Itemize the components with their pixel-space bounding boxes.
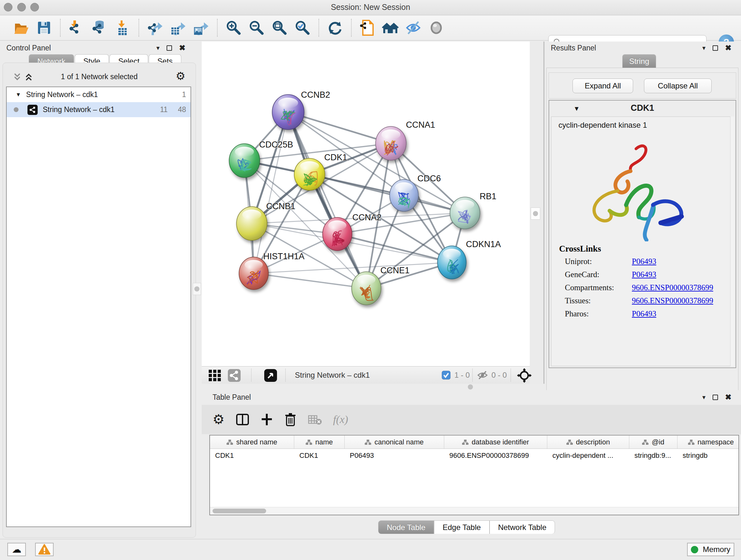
crosslink-row: Tissues:9606.ENSP00000378699: [559, 296, 713, 305]
node-table[interactable]: shared namenamecanonical namedatabase id…: [209, 435, 739, 515]
float-panel-icon[interactable]: ▾: [156, 44, 159, 52]
new-network-from-file-icon[interactable]: [359, 19, 377, 37]
close-panel-icon[interactable]: ✖: [725, 393, 731, 401]
tab-string[interactable]: String: [622, 54, 656, 68]
crosslink-link[interactable]: 9606.ENSP00000378699: [632, 283, 713, 292]
import-network-file-icon[interactable]: [68, 19, 85, 37]
network-node-CDC6[interactable]: [390, 179, 418, 211]
network-label: String Network – cdk1: [43, 105, 115, 114]
add-column-icon[interactable]: [260, 413, 273, 427]
crosslink-row: Compartments:9606.ENSP00000378699: [559, 283, 713, 292]
export-network-icon[interactable]: [146, 19, 164, 37]
network-node-RB1[interactable]: [450, 197, 480, 229]
right-splitter-handle[interactable]: [531, 207, 540, 220]
function-builder-icon[interactable]: f(x): [333, 414, 348, 426]
table-horizontal-scrollbar[interactable]: [210, 507, 738, 515]
delete-column-trash-icon[interactable]: [284, 412, 297, 427]
warning-icon[interactable]: [35, 543, 54, 556]
results-scrollbar[interactable]: [730, 117, 734, 366]
expand-all-button[interactable]: Expand All: [572, 78, 633, 93]
main-toolbar-icons: [10, 18, 448, 37]
float-panel-icon[interactable]: ▾: [702, 44, 705, 52]
tab-network-table[interactable]: Network Table: [489, 520, 555, 534]
float-panel-icon[interactable]: ▾: [702, 393, 705, 401]
network-node-CDK1[interactable]: [294, 159, 325, 190]
toolbar-separator: [60, 19, 61, 37]
table-options-gear-icon[interactable]: ⚙: [212, 413, 225, 426]
maximize-panel-icon[interactable]: [166, 45, 172, 51]
delete-table-icon[interactable]: [308, 413, 322, 426]
selected-checkbox-icon[interactable]: [442, 371, 451, 380]
crosslink-link[interactable]: P06493: [632, 309, 656, 318]
save-session-icon[interactable]: [35, 19, 53, 37]
birdseye-grid-icon[interactable]: [208, 369, 221, 382]
close-panel-icon[interactable]: ✖: [179, 44, 185, 52]
refresh-view-icon[interactable]: [326, 19, 344, 37]
collapse-all-button[interactable]: Collapse All: [644, 78, 712, 93]
show-columns-icon[interactable]: [235, 413, 250, 427]
network-node-CCNA2[interactable]: [323, 217, 352, 251]
network-node-CCNB2[interactable]: [272, 95, 304, 130]
import-network-database-icon[interactable]: [91, 19, 109, 37]
crosslink-link[interactable]: P06493: [632, 270, 656, 279]
maximize-panel-icon[interactable]: [713, 395, 718, 400]
table-cell: P06493: [345, 449, 444, 462]
fit-content-crosshair-icon[interactable]: [517, 368, 532, 383]
import-table-file-icon[interactable]: [114, 19, 131, 37]
hide-selected-icon[interactable]: [405, 19, 422, 37]
network-node-CCNA1[interactable]: [376, 126, 406, 160]
network-row[interactable]: String Network – cdk1 11 48: [7, 102, 191, 117]
network-node-CDKN1A[interactable]: [437, 246, 466, 279]
crosslinks-section: CrossLinks Uniprot:P06493GeneCard:P06493…: [559, 244, 713, 322]
network-node-HIST1H1A[interactable]: [239, 257, 268, 290]
string-results-container: Expand All Collapse All ▼ CDK1 cyclin-de…: [546, 68, 738, 408]
tab-node-table[interactable]: Node Table: [378, 520, 434, 534]
column-header-description[interactable]: description: [547, 435, 629, 449]
export-image-icon[interactable]: [192, 19, 210, 37]
open-in-new-window-icon[interactable]: [264, 369, 277, 382]
protein-entry-header[interactable]: ▼ CDK1: [549, 101, 736, 116]
column-header-name[interactable]: name: [294, 435, 345, 449]
control-panel: Control Panel ▾ ✖ NetworkStyleSelectSets…: [0, 42, 199, 539]
crosslink-link[interactable]: P06493: [632, 257, 656, 266]
table-row[interactable]: CDK1CDK1P064939606.ENSP00000378699cyclin…: [210, 449, 738, 462]
maximize-panel-icon[interactable]: [713, 45, 718, 51]
show-hide-navigator-icon[interactable]: [382, 19, 400, 37]
zoom-out-icon[interactable]: [248, 19, 266, 37]
results-panel-title: Results Panel: [551, 44, 596, 52]
memory-button[interactable]: Memory: [687, 543, 734, 556]
node-label-CDC6: CDC6: [417, 174, 441, 183]
collapse-triangle-icon[interactable]: ▼: [16, 91, 21, 98]
results-panel: Results Panel ▾ ✖ String Expand All Coll…: [544, 42, 741, 384]
protein-name: CDK1: [549, 103, 736, 113]
zoom-selected-icon[interactable]: [293, 19, 312, 37]
column-header-namespace[interactable]: namespace: [677, 435, 739, 449]
network-canvas[interactable]: CCNB2 CCNA1 CDC25B CDK1 CDC6 RB1 CCNB1 C…: [202, 42, 530, 366]
tab-edge-table[interactable]: Edge Table: [434, 520, 489, 534]
network-node-CCNE1[interactable]: [352, 272, 381, 305]
crosslink-link[interactable]: 9606.ENSP00000378699: [632, 296, 713, 305]
crosslink-row: Pharos:P06493: [559, 309, 713, 318]
network-collection-row[interactable]: ▼ String Network – cdk1 1: [7, 87, 191, 102]
close-panel-icon[interactable]: ✖: [725, 44, 731, 52]
network-node-CDC25B[interactable]: [229, 144, 260, 178]
zoom-in-icon[interactable]: [225, 19, 243, 37]
column-header-database-identifier[interactable]: database identifier: [444, 435, 547, 449]
column-header-@id[interactable]: @id: [629, 435, 677, 449]
show-all-icon[interactable]: [428, 19, 446, 37]
network-options-gear-icon[interactable]: ⚙: [176, 71, 185, 81]
zoom-fit-icon[interactable]: [271, 19, 288, 37]
network-share-icon[interactable]: [228, 369, 241, 382]
column-header-shared-name[interactable]: shared name: [210, 435, 294, 449]
node-label-CCNA2: CCNA2: [352, 212, 382, 222]
left-splitter-handle[interactable]: [193, 283, 201, 295]
network-bullet-icon: [14, 107, 18, 112]
cloud-icon[interactable]: ☁: [7, 543, 26, 556]
export-table-icon[interactable]: [169, 19, 187, 37]
network-node-CCNB1[interactable]: [237, 206, 267, 240]
crosslink-row: GeneCard:P06493: [559, 270, 713, 279]
open-session-icon[interactable]: [12, 19, 30, 37]
control-panel-body: 1 of 1 Network selected ⚙ ▼ String Netwo…: [3, 63, 196, 538]
hidden-eye-slash-icon[interactable]: [477, 370, 488, 380]
column-header-canonical-name[interactable]: canonical name: [345, 435, 444, 449]
